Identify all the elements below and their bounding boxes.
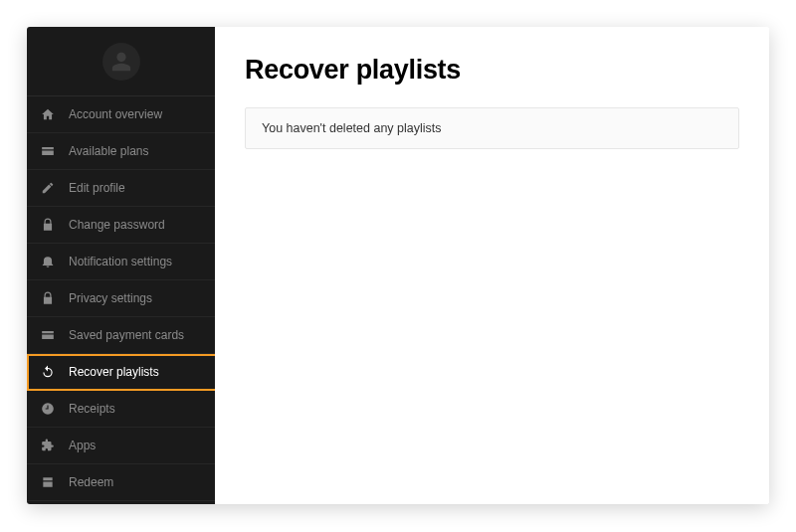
sidebar-nav: Account overview Available plans Edit pr…: [27, 96, 215, 501]
sidebar-item-label: Edit profile: [69, 181, 125, 195]
sidebar-item-redeem[interactable]: Redeem: [27, 464, 215, 501]
card-icon: [41, 328, 55, 342]
empty-state-message: You haven't deleted any playlists: [245, 107, 739, 149]
sidebar-item-saved-payment-cards[interactable]: Saved payment cards: [27, 317, 215, 354]
pencil-icon: [41, 181, 55, 195]
sidebar-item-label: Receipts: [69, 402, 115, 416]
user-icon: [110, 51, 132, 73]
sidebar-item-label: Available plans: [69, 144, 149, 158]
sidebar-item-label: Notification settings: [69, 255, 172, 268]
home-icon: [41, 107, 55, 121]
sidebar-item-edit-profile[interactable]: Edit profile: [27, 170, 215, 207]
bell-icon: [41, 255, 55, 268]
lock-icon: [41, 218, 55, 232]
account-settings-window: Account overview Available plans Edit pr…: [27, 27, 769, 504]
page-title: Recover playlists: [245, 55, 739, 86]
clock-icon: [41, 402, 55, 416]
sidebar-item-privacy-settings[interactable]: Privacy settings: [27, 280, 215, 317]
sidebar-item-account-overview[interactable]: Account overview: [27, 96, 215, 133]
sidebar-item-label: Change password: [69, 218, 165, 232]
sidebar-item-available-plans[interactable]: Available plans: [27, 133, 215, 170]
sidebar-item-change-password[interactable]: Change password: [27, 207, 215, 244]
sidebar-item-label: Privacy settings: [69, 291, 152, 305]
lock-icon: [41, 291, 55, 305]
sidebar-item-recover-playlists[interactable]: Recover playlists: [27, 354, 215, 391]
puzzle-icon: [41, 439, 55, 452]
sidebar-item-label: Apps: [69, 439, 96, 452]
sidebar-item-label: Recover playlists: [69, 365, 159, 379]
redeem-icon: [41, 475, 55, 489]
sidebar-item-notification-settings[interactable]: Notification settings: [27, 244, 215, 280]
refresh-icon: [41, 365, 55, 379]
avatar-placeholder: [102, 43, 140, 81]
card-icon: [41, 144, 55, 158]
sidebar-item-label: Redeem: [69, 475, 113, 489]
sidebar-item-apps[interactable]: Apps: [27, 428, 215, 464]
sidebar-item-label: Account overview: [69, 107, 162, 121]
sidebar: Account overview Available plans Edit pr…: [27, 27, 215, 504]
sidebar-item-label: Saved payment cards: [69, 328, 184, 342]
main-content: Recover playlists You haven't deleted an…: [215, 27, 769, 504]
sidebar-item-receipts[interactable]: Receipts: [27, 391, 215, 428]
profile-avatar-area[interactable]: [27, 27, 215, 96]
